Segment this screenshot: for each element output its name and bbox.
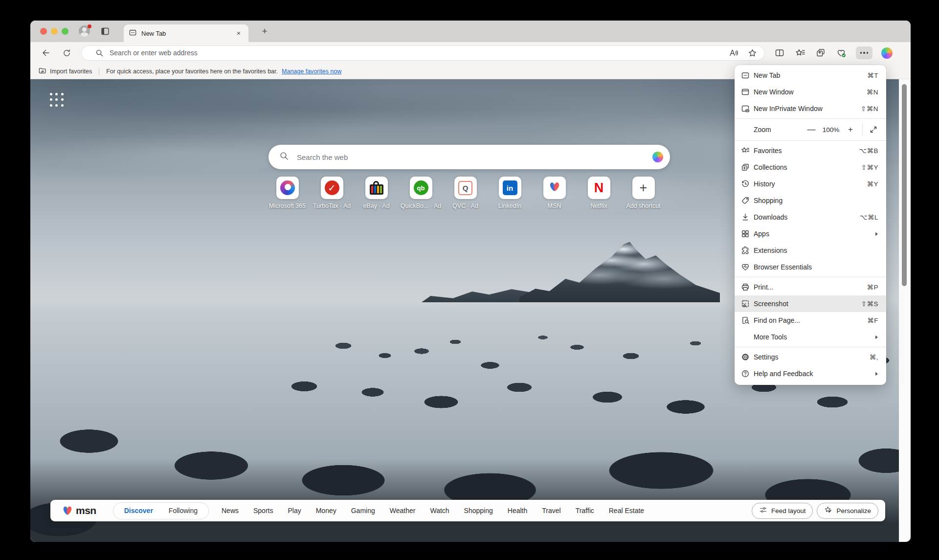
web-search-box[interactable] bbox=[268, 145, 670, 169]
menu-item-print[interactable]: Print...⌘P bbox=[735, 279, 886, 295]
feed-layout-button[interactable]: Feed layout bbox=[752, 503, 813, 519]
shortcut-quickbooks[interactable]: qb QuickBo... · Ad bbox=[399, 177, 443, 209]
browser-essentials-icon[interactable] bbox=[835, 47, 847, 59]
shortcut-netflix[interactable]: N Netflix bbox=[577, 177, 621, 209]
menu-item-new-window[interactable]: New Window⌘N bbox=[735, 84, 886, 100]
find-on-page-icon bbox=[741, 316, 750, 325]
apps-icon bbox=[741, 229, 750, 238]
zoom-out-button[interactable]: — bbox=[805, 123, 818, 136]
menu-divider bbox=[735, 140, 886, 141]
zoom-separator bbox=[862, 124, 863, 135]
nav-weather[interactable]: Weather bbox=[390, 507, 416, 515]
shortcut-add[interactable]: + Add shortcut bbox=[621, 177, 666, 209]
address-bar[interactable] bbox=[81, 45, 765, 61]
web-search-input[interactable] bbox=[296, 153, 652, 162]
add-shortcut-icon: + bbox=[640, 181, 648, 194]
shortcut-ebay[interactable]: eBay · Ad bbox=[354, 177, 399, 209]
tab-new-tab[interactable]: New Tab × bbox=[124, 24, 248, 42]
menu-item-find-on-page[interactable]: Find on Page...⌘F bbox=[735, 312, 886, 329]
menu-item-settings[interactable]: Settings⌘, bbox=[735, 349, 886, 365]
nav-news[interactable]: News bbox=[222, 507, 239, 515]
menu-item-history[interactable]: History⌘Y bbox=[735, 176, 886, 192]
back-icon[interactable] bbox=[40, 47, 52, 59]
personalize-icon bbox=[824, 506, 832, 515]
screenshot-stage: New Tab × + bbox=[0, 0, 939, 560]
nav-shopping[interactable]: Shopping bbox=[464, 507, 493, 515]
msn-logo[interactable]: msn bbox=[61, 504, 96, 517]
import-favorites-button[interactable]: Import favorites bbox=[38, 67, 92, 76]
nav-watch[interactable]: Watch bbox=[430, 507, 449, 515]
scrollbar-thumb[interactable] bbox=[902, 84, 907, 286]
tab-following[interactable]: Following bbox=[162, 507, 204, 515]
shortcut-tiles: Microsoft 365 ✓ TurboTax · Ad eBay · Ad … bbox=[265, 177, 666, 209]
tab-discover[interactable]: Discover bbox=[117, 507, 160, 515]
search-icon bbox=[279, 151, 289, 163]
tab-close-icon[interactable]: × bbox=[234, 28, 244, 38]
collections-icon[interactable] bbox=[815, 47, 827, 59]
msn-nav: News Sports Play Money Gaming Weather Wa… bbox=[222, 507, 752, 515]
menu-item-downloads[interactable]: Downloads⌥⌘L bbox=[735, 209, 886, 225]
qvc-icon: Q bbox=[458, 181, 472, 195]
split-screen-icon[interactable] bbox=[774, 47, 785, 59]
settings-and-more-button[interactable] bbox=[856, 46, 872, 59]
menu-divider bbox=[735, 347, 886, 347]
menu-item-extensions[interactable]: Extensions bbox=[735, 242, 886, 259]
menu-divider bbox=[735, 118, 886, 119]
nav-traffic[interactable]: Traffic bbox=[576, 507, 594, 515]
nav-sports[interactable]: Sports bbox=[253, 507, 273, 515]
submenu-arrow-icon bbox=[875, 232, 878, 236]
new-window-icon bbox=[741, 88, 750, 96]
zoom-in-button[interactable]: + bbox=[844, 123, 857, 136]
toolbar-action-icons bbox=[774, 46, 893, 59]
window-minimize-button[interactable] bbox=[51, 28, 58, 35]
search-icon bbox=[95, 47, 104, 59]
menu-item-apps[interactable]: Apps bbox=[735, 225, 886, 242]
scrollbar-track[interactable] bbox=[899, 79, 911, 542]
shortcut-turbotax[interactable]: ✓ TurboTax · Ad bbox=[310, 177, 354, 209]
sidebar-toggle-icon[interactable] bbox=[100, 26, 110, 38]
menu-item-screenshot[interactable]: Screenshot⇧⌘S bbox=[735, 295, 886, 312]
menu-item-collections[interactable]: Collections⇧⌘Y bbox=[735, 159, 886, 176]
tab-title: New Tab bbox=[141, 30, 234, 37]
nav-play[interactable]: Play bbox=[288, 507, 301, 515]
shopping-tag-icon bbox=[741, 196, 750, 205]
app-launcher-icon[interactable] bbox=[50, 93, 65, 108]
manage-favorites-link[interactable]: Manage favorites now bbox=[282, 68, 341, 75]
copilot-icon[interactable] bbox=[881, 47, 893, 59]
favorite-star-icon[interactable] bbox=[746, 47, 758, 59]
linkedin-icon: in bbox=[503, 180, 517, 195]
nav-real-estate[interactable]: Real Estate bbox=[609, 507, 644, 515]
menu-item-browser-essentials[interactable]: Browser Essentials bbox=[735, 259, 886, 275]
zoom-label: Zoom bbox=[741, 126, 805, 134]
shortcut-microsoft-365[interactable]: Microsoft 365 bbox=[265, 177, 310, 209]
feed-layout-icon bbox=[759, 506, 767, 515]
nav-money[interactable]: Money bbox=[316, 507, 336, 515]
menu-item-help-and-feedback[interactable]: Help and Feedback bbox=[735, 365, 886, 382]
menu-item-favorites[interactable]: Favorites⌥⌘B bbox=[735, 142, 886, 159]
refresh-icon[interactable] bbox=[61, 47, 72, 59]
fullscreen-icon[interactable] bbox=[867, 123, 880, 136]
menu-item-shopping[interactable]: Shopping bbox=[735, 192, 886, 209]
menu-item-new-inprivate-window[interactable]: New InPrivate Window⇧⌘N bbox=[735, 100, 886, 117]
shortcut-linkedin[interactable]: in LinkedIn bbox=[488, 177, 532, 209]
msn-feed-bar: msn Discover Following News Sports Play … bbox=[50, 500, 885, 521]
read-aloud-icon[interactable] bbox=[728, 47, 739, 59]
personalize-button[interactable]: Personalize bbox=[817, 503, 878, 519]
tab-bar: New Tab × + bbox=[30, 21, 911, 42]
shortcut-msn[interactable]: MSN bbox=[532, 177, 577, 209]
nav-gaming[interactable]: Gaming bbox=[351, 507, 375, 515]
import-favorites-icon bbox=[38, 67, 46, 76]
window-close-button[interactable] bbox=[40, 28, 47, 35]
favorites-list-icon[interactable] bbox=[794, 47, 806, 59]
window-zoom-button[interactable] bbox=[62, 28, 68, 35]
address-input[interactable] bbox=[109, 48, 721, 57]
nav-health[interactable]: Health bbox=[508, 507, 527, 515]
collections-icon bbox=[741, 163, 750, 172]
shortcut-qvc[interactable]: Q QVC · Ad bbox=[443, 177, 488, 209]
menu-item-more-tools[interactable]: More Tools bbox=[735, 329, 886, 345]
nav-travel[interactable]: Travel bbox=[542, 507, 560, 515]
new-tab-button[interactable]: + bbox=[258, 25, 271, 38]
zoom-value: 100% bbox=[818, 126, 844, 134]
copilot-search-icon[interactable] bbox=[652, 152, 663, 162]
menu-item-new-tab[interactable]: New Tab⌘T bbox=[735, 67, 886, 84]
